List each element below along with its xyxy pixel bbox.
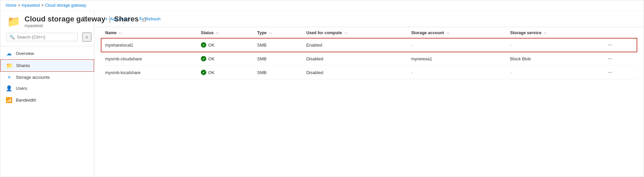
sidebar-item-storage-accounts[interactable]: ≡ Storage accounts xyxy=(0,72,94,82)
more-options-button[interactable]: ··· xyxy=(606,55,614,62)
col-type[interactable]: Type ↑↓ xyxy=(253,27,302,38)
close-button[interactable]: ✕ xyxy=(82,13,89,22)
status-ok-icon xyxy=(201,56,206,61)
name-sort-arrows: ↑↓ xyxy=(119,31,122,35)
cell-compute: Disabled xyxy=(302,66,407,79)
main-content: + Add share ↻ Refresh Name ↑↓ xyxy=(94,11,644,177)
collapse-button[interactable]: « xyxy=(82,33,91,42)
cell-more[interactable]: ··· xyxy=(602,66,637,79)
col-compute[interactable]: Used for compute ↑↓ xyxy=(302,27,407,38)
status-text: OK xyxy=(208,56,215,61)
cell-type: SMB xyxy=(253,38,302,52)
resource-subtitle: myasetest xyxy=(25,23,146,28)
dash-icon: - xyxy=(411,70,413,75)
col-storage-account[interactable]: Storage account ↑↓ xyxy=(407,27,506,38)
search-row: 🔍 « xyxy=(0,28,94,46)
sidebar-label-bandwidth: Bandwidth xyxy=(16,98,36,103)
cell-name: mysharelocal1 xyxy=(101,38,197,52)
sidebar-label-users: Users xyxy=(16,86,27,91)
bandwidth-icon: 📶 xyxy=(6,97,12,103)
breadcrumb-myasetest[interactable]: myasetest xyxy=(22,3,40,8)
sidebar-label-storage-accounts: Storage accounts xyxy=(16,75,50,80)
sidebar: 📁 Cloud storage gateway | Shares ⎙ myase… xyxy=(0,11,94,177)
sidebar-item-users[interactable]: 👤 Users xyxy=(0,82,94,94)
status-text: OK xyxy=(208,43,215,48)
cell-compute: Disabled xyxy=(302,52,407,66)
col-storage-service[interactable]: Storage service ↑↓ xyxy=(506,27,602,38)
sidebar-item-shares[interactable]: 📁 Shares xyxy=(0,59,94,72)
shares-icon: 📁 xyxy=(6,62,13,69)
print-icon[interactable]: ⎙ xyxy=(143,17,146,23)
search-icon: 🔍 xyxy=(9,35,15,40)
toolbar: + Add share ↻ Refresh xyxy=(94,11,644,27)
sidebar-label-shares: Shares xyxy=(16,63,30,68)
status-sort-arrows: ↑↓ xyxy=(216,31,219,35)
page-section: Shares xyxy=(114,15,139,23)
sidebar-item-overview[interactable]: ☁ Overview xyxy=(0,48,94,59)
status-ok-icon xyxy=(201,42,206,48)
cell-status: OK xyxy=(197,52,253,66)
compute-sort-arrows: ↑↓ xyxy=(344,31,347,35)
table-container: Name ↑↓ Status ↑↓ Type ↑↓ xyxy=(94,27,644,177)
storage-account-sort-arrows: ↑↓ xyxy=(446,31,449,35)
dash-icon: - xyxy=(411,43,413,48)
cell-storage-service: - xyxy=(506,38,602,52)
cell-storage-account: - xyxy=(407,38,506,52)
type-sort-arrows: ↑↓ xyxy=(269,31,272,35)
cell-storage-account: mynewsa1 xyxy=(407,52,506,66)
cell-name: mysmb-localshare xyxy=(101,66,197,79)
status-ok-icon xyxy=(201,70,206,75)
search-box[interactable]: 🔍 xyxy=(6,33,78,41)
refresh-label: Refresh xyxy=(145,16,161,21)
page-header-area: 📁 Cloud storage gateway | Shares ⎙ myase… xyxy=(0,11,94,28)
users-icon: 👤 xyxy=(6,85,12,92)
table-row[interactable]: mysmb-localshareOKSMBDisabled--··· xyxy=(101,66,637,79)
overview-icon: ☁ xyxy=(6,50,12,57)
more-options-button[interactable]: ··· xyxy=(606,41,614,49)
shares-table: Name ↑↓ Status ↑↓ Type ↑↓ xyxy=(101,27,637,79)
cell-type: SMB xyxy=(253,52,302,66)
dash-icon: - xyxy=(510,70,512,75)
cell-status: OK xyxy=(197,66,253,79)
cell-storage-account: - xyxy=(407,66,506,79)
col-status[interactable]: Status ↑↓ xyxy=(197,27,253,38)
resource-icon: 📁 xyxy=(7,15,20,28)
table-row[interactable]: mysharelocal1OKSMBEnabled--··· xyxy=(101,38,637,52)
cell-storage-service: Block Blob xyxy=(506,52,602,66)
cell-name: mysmb-cloudshare xyxy=(101,52,197,66)
more-options-button[interactable]: ··· xyxy=(606,69,614,76)
breadcrumb-home[interactable]: Home xyxy=(6,3,16,8)
cell-more[interactable]: ··· xyxy=(602,52,637,66)
col-actions xyxy=(602,27,637,38)
cell-type: SMB xyxy=(253,66,302,79)
cell-more[interactable]: ··· xyxy=(602,38,637,52)
cell-storage-service: - xyxy=(506,66,602,79)
sidebar-item-bandwidth[interactable]: 📶 Bandwidth xyxy=(0,94,94,106)
cell-compute: Enabled xyxy=(302,38,407,52)
breadcrumb: Home > myasetest > Cloud storage gateway xyxy=(0,0,644,11)
page-title: Cloud storage gateway xyxy=(25,15,105,23)
col-name[interactable]: Name ↑↓ xyxy=(101,27,197,38)
table-row[interactable]: mysmb-cloudshareOKSMBDisabledmynewsa1Blo… xyxy=(101,52,637,66)
storage-service-sort-arrows: ↑↓ xyxy=(544,31,547,35)
dash-icon: - xyxy=(510,43,512,48)
nav-items: ☁ Overview 📁 Shares ≡ Storage accounts 👤… xyxy=(0,46,94,177)
search-input[interactable] xyxy=(17,35,75,40)
status-text: OK xyxy=(208,70,215,75)
table-header-row: Name ↑↓ Status ↑↓ Type ↑↓ xyxy=(101,27,637,38)
sidebar-label-overview: Overview xyxy=(16,51,34,56)
breadcrumb-gateway[interactable]: Cloud storage gateway xyxy=(45,3,86,8)
storage-accounts-icon: ≡ xyxy=(6,74,12,80)
cell-status: OK xyxy=(197,38,253,52)
